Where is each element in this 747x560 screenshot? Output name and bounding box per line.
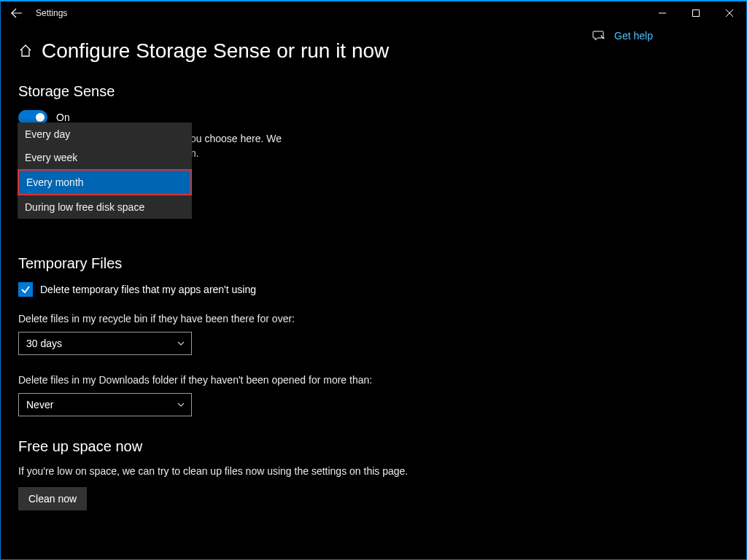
titlebar: Settings [1, 1, 746, 25]
delete-temp-checkbox-row: Delete temporary files that my apps aren… [18, 282, 729, 297]
get-help-link[interactable]: Get help [592, 29, 653, 42]
downloads-label: Delete files in my Downloads folder if t… [18, 374, 729, 386]
get-help-label: Get help [614, 30, 653, 42]
checkmark-icon [20, 284, 31, 295]
home-icon[interactable] [18, 44, 33, 58]
free-up-section: Free up space now If you're low on space… [18, 438, 729, 510]
chevron-down-icon [177, 400, 185, 409]
free-up-description: If you're low on space, we can try to cl… [18, 465, 729, 477]
window-controls [646, 1, 746, 25]
maximize-icon [692, 9, 700, 17]
toggle-state-label: On [56, 112, 70, 123]
schedule-dropdown-open[interactable]: Every day Every week Every month During … [18, 122, 192, 219]
recycle-bin-dropdown[interactable]: 30 days [18, 332, 192, 355]
toggle-knob [36, 113, 44, 122]
temporary-files-heading: Temporary Files [18, 255, 729, 272]
chat-icon [592, 29, 605, 42]
temporary-files-section: Temporary Files Delete temporary files t… [18, 255, 729, 416]
delete-temp-label: Delete temporary files that my apps aren… [40, 284, 256, 295]
recycle-bin-label: Delete files in my recycle bin if they h… [18, 313, 729, 324]
schedule-option-every-month[interactable]: Every month [18, 169, 192, 195]
page-title: Configure Storage Sense or run it now [42, 39, 389, 63]
window-title: Settings [36, 8, 67, 18]
downloads-value: Never [26, 399, 53, 411]
downloads-dropdown[interactable]: Never [18, 393, 192, 416]
page-header: Configure Storage Sense or run it now [18, 39, 729, 63]
back-button[interactable] [8, 4, 26, 22]
close-button[interactable] [713, 1, 746, 25]
schedule-option-low-disk[interactable]: During low free disk space [18, 195, 192, 219]
svg-rect-0 [693, 10, 700, 17]
maximize-button[interactable] [679, 1, 713, 25]
close-icon [726, 9, 733, 17]
delete-temp-checkbox[interactable] [18, 282, 33, 297]
storage-sense-heading: Storage Sense [18, 83, 729, 100]
minimize-icon [659, 9, 666, 17]
clean-now-button[interactable]: Clean now [18, 487, 87, 510]
content-area: Get help Configure Storage Sense or run … [1, 25, 746, 525]
arrow-left-icon [11, 7, 23, 19]
recycle-bin-value: 30 days [26, 338, 62, 349]
schedule-option-every-week[interactable]: Every week [18, 146, 192, 169]
minimize-button[interactable] [646, 1, 679, 25]
schedule-option-every-day[interactable]: Every day [18, 122, 192, 146]
free-up-heading: Free up space now [18, 438, 729, 455]
chevron-down-icon [177, 339, 185, 348]
